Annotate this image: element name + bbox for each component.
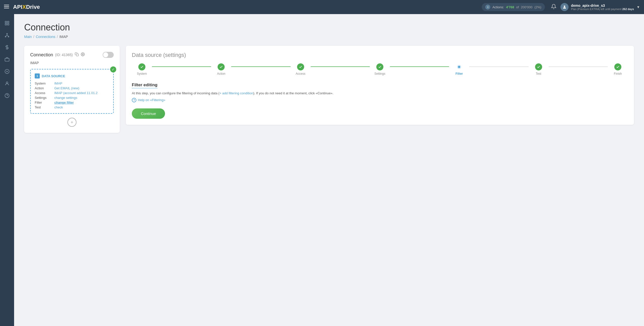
datasource-title: Data source (settings) (132, 52, 628, 58)
svg-rect-15 (5, 58, 9, 61)
sidebar-item-billing[interactable] (2, 42, 12, 52)
settings-icon[interactable] (81, 52, 85, 57)
card-title: Connection (ID: 41365) (30, 52, 85, 58)
svg-line-12 (6, 35, 7, 36)
step-circle-access (297, 63, 304, 70)
step-label-settings: Settings (374, 72, 385, 75)
step-finish: Finish (608, 63, 628, 75)
step-circle-system (138, 63, 145, 70)
cards-row: Connection (ID: 41365) IMAP (24, 46, 634, 133)
svg-point-8 (7, 33, 7, 34)
filter-description: At this step, you can configure the filt… (132, 91, 628, 96)
notification-bell[interactable] (551, 4, 556, 11)
logo-api: API (13, 4, 22, 10)
add-btn-container (30, 118, 114, 127)
actions-of: of (516, 5, 519, 9)
sidebar-item-integrations[interactable] (2, 54, 12, 64)
step-conn-6 (549, 66, 608, 67)
svg-point-9 (5, 36, 6, 37)
sidebar-item-videos[interactable] (2, 66, 12, 76)
svg-point-18 (6, 82, 8, 84)
step-circle-filter (456, 63, 463, 70)
value-system[interactable]: IMAP (54, 82, 62, 85)
datasource-row-system: System IMAP (35, 82, 109, 85)
user-plan: Plan |Premium EXTRA| left until payment … (571, 8, 634, 11)
sidebar-item-profile[interactable] (2, 78, 12, 89)
page-title: Connection (24, 22, 634, 33)
avatar (560, 3, 569, 11)
username: demo_apix-drive_s3 (571, 4, 634, 8)
add-datasource-button[interactable] (67, 118, 76, 127)
step-progress: System Action (132, 63, 628, 75)
sidebar-item-connections[interactable] (2, 30, 12, 40)
breadcrumb-sep1: / (33, 35, 34, 39)
datasource-row-filter: Filter change filter (35, 101, 109, 104)
label-filter: Filter (35, 101, 52, 104)
value-action[interactable]: Get EMAIL (new) (54, 86, 79, 90)
main-layout: Connection Main / Connections / IMAP Con… (0, 14, 644, 326)
step-circle-settings (376, 63, 383, 70)
svg-rect-7 (5, 24, 7, 25)
connection-toggle[interactable] (103, 52, 114, 58)
step-conn-4 (390, 66, 449, 67)
user-chevron-icon: ▼ (636, 5, 640, 9)
step-circle-action (218, 63, 225, 70)
copy-icon[interactable] (75, 52, 79, 57)
info-icon: i (485, 5, 490, 10)
step-filter: Filter (449, 63, 469, 75)
topnav: APIXDrive i Actions: 4'768 of 200'000 (2… (0, 0, 644, 14)
svg-point-3 (564, 6, 565, 7)
continue-button[interactable]: Continue (132, 108, 165, 119)
actions-percent: (2%) (534, 5, 541, 9)
actions-counter: i Actions: 4'768 of 200'000 (2%) (482, 3, 545, 11)
label-test: Test (35, 105, 52, 109)
step-conn-3 (311, 66, 370, 67)
label-system: System (35, 82, 52, 85)
svg-rect-4 (5, 21, 7, 23)
filter-help-text: Help on «Filtering» (138, 98, 165, 102)
step-circle-finish (614, 63, 621, 70)
datasource-row-settings: Settings change settings (35, 96, 109, 100)
breadcrumb-main[interactable]: Main (24, 35, 32, 39)
svg-rect-1 (4, 6, 9, 7)
add-filter-condition-link[interactable]: + add filtering condition (219, 91, 253, 95)
user-info: demo_apix-drive_s3 Plan |Premium EXTRA| … (571, 4, 634, 11)
user-menu[interactable]: demo_apix-drive_s3 Plan |Premium EXTRA| … (560, 3, 640, 11)
value-filter[interactable]: change filter (54, 101, 74, 104)
sidebar-item-home[interactable] (2, 18, 12, 28)
help-icon: ? (132, 98, 136, 102)
step-settings: Settings (370, 63, 390, 75)
filter-editing-title: Filter editing (132, 83, 157, 88)
step-conn-1 (152, 66, 211, 67)
step-label-filter: Filter (456, 72, 463, 75)
step-label-action: Action (217, 72, 225, 75)
menu-icon[interactable] (4, 4, 9, 10)
content-area: Connection Main / Connections / IMAP Con… (14, 14, 644, 326)
svg-marker-17 (7, 71, 8, 72)
card-subtitle: IMAP (30, 61, 114, 65)
sidebar (0, 14, 14, 326)
svg-line-13 (7, 35, 9, 36)
step-system: System (132, 63, 152, 75)
breadcrumb-sep2: / (57, 35, 58, 39)
logo-drive: Drive (26, 4, 40, 10)
sidebar-item-help[interactable] (2, 91, 12, 101)
svg-rect-6 (8, 24, 9, 25)
logo-x: X (22, 4, 26, 10)
value-access[interactable]: IMAP (account added 11.01.2 (54, 91, 98, 95)
logo[interactable]: APIXDrive (13, 4, 40, 10)
svg-rect-21 (76, 54, 78, 56)
step-conn-5 (469, 66, 528, 67)
card-icons (75, 52, 85, 57)
svg-rect-5 (8, 21, 9, 23)
datasource-title-meta: (settings) (163, 52, 186, 58)
step-access: Access (291, 63, 311, 75)
step-label-finish: Finish (614, 72, 622, 75)
breadcrumb-connections[interactable]: Connections (36, 35, 55, 39)
value-test[interactable]: check (54, 105, 63, 109)
filter-help-link[interactable]: ? Help on «Filtering» (132, 98, 628, 102)
datasource-num: 1 (35, 73, 40, 78)
svg-rect-0 (4, 5, 9, 5)
value-settings[interactable]: change settings (54, 96, 77, 100)
datasource-rows: System IMAP Action Get EMAIL (new) Acces… (35, 82, 109, 109)
